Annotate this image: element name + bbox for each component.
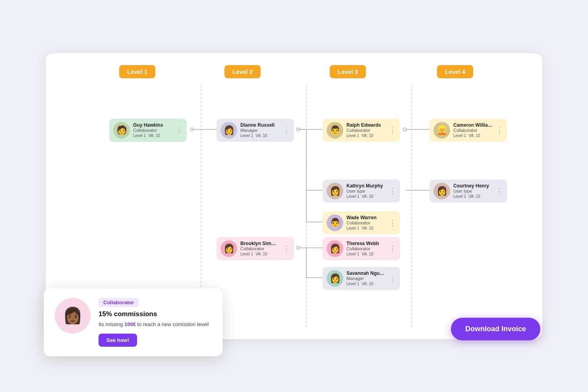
popup-badge: Collaborator bbox=[99, 298, 139, 307]
avatar-brooklyn: 👩 bbox=[220, 240, 237, 257]
va-brooklyn: VA: 10 bbox=[255, 252, 267, 256]
node-cameron: 👱 Cameron Williamson Collaborator Level … bbox=[429, 119, 507, 142]
menu-dots-savannah[interactable]: ⋮ bbox=[389, 274, 396, 283]
level-dianne: Level 1 bbox=[240, 133, 253, 138]
menu-dots-courtney[interactable]: ⋮ bbox=[496, 187, 503, 195]
avatar-cameron: 👱 bbox=[433, 122, 450, 139]
node-courtney: 👩 Courtney Henry User type Level 1 VA: 1… bbox=[429, 180, 507, 203]
level-wade: Level 1 bbox=[346, 226, 359, 230]
role-wade: Collaborator bbox=[346, 220, 386, 225]
role-kathryn: User type bbox=[346, 189, 386, 193]
level-cameron: Level 1 bbox=[453, 133, 466, 138]
divider-3 bbox=[411, 85, 412, 327]
popup-card: 👩🏾 Collaborator 15% commissions Its miss… bbox=[44, 288, 222, 357]
menu-dots-brooklyn[interactable]: ⋮ bbox=[283, 244, 290, 253]
menu-dots-dianne[interactable]: ⋮ bbox=[283, 126, 290, 135]
avatar-guy: 🧑 bbox=[113, 122, 130, 139]
level-brooklyn: Level 1 bbox=[240, 252, 253, 256]
node-theresa: 👩 Theresa Webb Collaborator Level 1 VA: … bbox=[323, 237, 400, 260]
popup-title: 15% commissions bbox=[99, 310, 211, 318]
name-brooklyn: Brooklyn Simmons bbox=[240, 241, 280, 246]
level-kathryn: Level 1 bbox=[346, 194, 359, 199]
name-ralph: Ralph Edwards bbox=[346, 122, 386, 128]
va-theresa: VA: 10 bbox=[362, 252, 373, 256]
level1-badge: Level 1 bbox=[119, 65, 155, 78]
name-courtney: Courtney Henry bbox=[453, 183, 493, 189]
download-invoice-button[interactable]: Download Invoice bbox=[451, 318, 540, 340]
va-guy: VA: 10 bbox=[148, 133, 160, 138]
name-cameron: Cameron Williamson bbox=[453, 122, 493, 128]
role-savannah: Manager bbox=[346, 276, 386, 281]
va-kathryn: VA: 10 bbox=[362, 194, 373, 199]
level-ralph: Level 1 bbox=[346, 133, 359, 138]
avatar-theresa: 👩 bbox=[327, 240, 343, 257]
role-cameron: Collaborator bbox=[453, 128, 493, 133]
level-savannah: Level 1 bbox=[346, 282, 359, 286]
svg-point-19 bbox=[296, 246, 300, 249]
level-guy: Level 1 bbox=[133, 133, 146, 138]
node-wade: 👨 Wade Warren Collaborator Level 1 VA: 1… bbox=[323, 211, 400, 234]
level3-badge: Level 3 bbox=[330, 65, 366, 78]
name-savannah: Savannah Nguyen bbox=[346, 270, 386, 276]
svg-point-7 bbox=[403, 128, 406, 131]
node-savannah: 👩 Savannah Nguyen Manager Level 1 VA: 10… bbox=[323, 267, 400, 290]
va-cameron: VA: 10 bbox=[468, 133, 480, 138]
avatar-courtney: 👩 bbox=[433, 183, 450, 199]
name-kathryn: Kathryn Murphy bbox=[346, 183, 386, 189]
va-dianne: VA: 10 bbox=[255, 133, 267, 138]
level2-badge: Level 2 bbox=[224, 65, 261, 78]
menu-dots-cameron[interactable]: ⋮ bbox=[496, 126, 503, 135]
menu-dots-wade[interactable]: ⋮ bbox=[389, 218, 396, 227]
level-courtney: Level 1 bbox=[453, 194, 466, 199]
avatar-savannah: 👩 bbox=[327, 270, 343, 287]
node-ralph: 👨 Ralph Edwards Collaborator Level 1 VA:… bbox=[323, 119, 400, 142]
popup-desc-suffix: to reach a new comission level! bbox=[136, 321, 209, 327]
popup-amount: 100€ bbox=[124, 321, 136, 327]
role-brooklyn: Collaborator bbox=[240, 246, 280, 251]
divider-2 bbox=[306, 85, 307, 327]
menu-dots-guy[interactable]: ⋮ bbox=[176, 126, 183, 135]
va-wade: VA: 10 bbox=[362, 226, 373, 230]
avatar-dianne: 👩 bbox=[220, 122, 237, 139]
popup-desc-prefix: Its missing bbox=[99, 321, 124, 327]
avatar-wade: 👨 bbox=[327, 214, 343, 231]
name-dianne: Dianne Russell bbox=[240, 122, 280, 128]
svg-point-1 bbox=[190, 128, 193, 131]
level-theresa: Level 1 bbox=[346, 252, 359, 256]
level4-badge: Level 4 bbox=[437, 65, 473, 78]
name-wade: Wade Warren bbox=[346, 215, 386, 220]
menu-dots-theresa[interactable]: ⋮ bbox=[389, 244, 396, 253]
role-courtney: User type bbox=[453, 189, 493, 193]
node-brooklyn: 👩 Brooklyn Simmons Collaborator Level 1 … bbox=[217, 237, 294, 260]
va-savannah: VA: 10 bbox=[362, 282, 373, 286]
menu-dots-ralph[interactable]: ⋮ bbox=[389, 126, 396, 135]
avatar-kathryn: 👩 bbox=[327, 183, 343, 199]
popup-avatar: 👩🏾 bbox=[55, 298, 91, 334]
avatar-ralph: 👨 bbox=[327, 122, 343, 139]
va-ralph: VA: 10 bbox=[362, 133, 373, 138]
role-dianne: Manager bbox=[240, 128, 280, 133]
name-guy: Guy Hawkins bbox=[133, 122, 172, 128]
name-theresa: Theresa Webb bbox=[346, 241, 386, 246]
see-how-button[interactable]: See how! bbox=[99, 334, 137, 347]
role-guy: Collaborator bbox=[133, 128, 172, 133]
popup-desc: Its missing 100€ to reach a new comissio… bbox=[99, 321, 211, 328]
role-theresa: Collaborator bbox=[346, 246, 386, 251]
svg-point-4 bbox=[296, 128, 300, 131]
role-ralph: Collaborator bbox=[346, 128, 386, 133]
node-guy: 🧑 Guy Hawkins Collaborator Level 1 VA: 1… bbox=[109, 119, 187, 142]
node-dianne: 👩 Dianne Russell Manager Level 1 VA: 10 … bbox=[217, 119, 294, 142]
node-kathryn: 👩 Kathryn Murphy User type Level 1 VA: 1… bbox=[323, 180, 400, 203]
menu-dots-kathryn[interactable]: ⋮ bbox=[389, 187, 396, 195]
va-courtney: VA: 10 bbox=[468, 194, 480, 199]
